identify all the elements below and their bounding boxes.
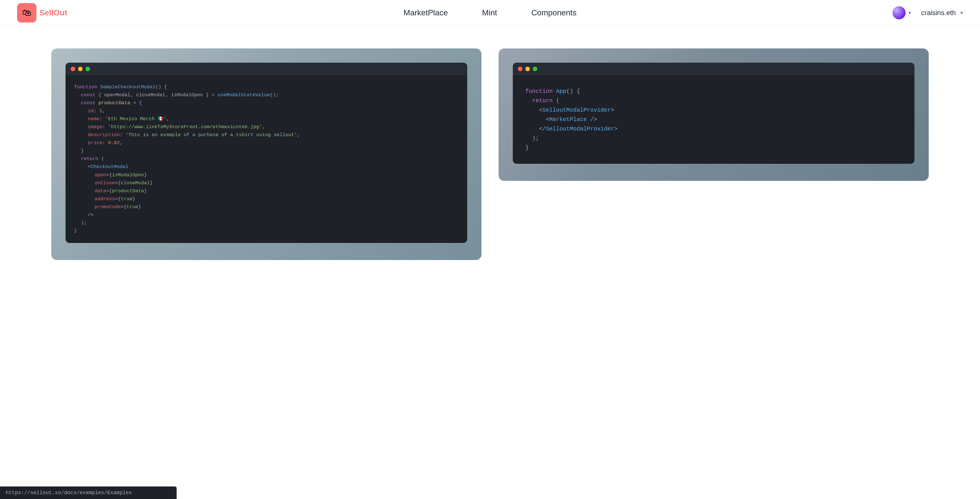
- code-line: return (: [525, 96, 902, 105]
- code-line: address={true}: [74, 195, 459, 203]
- code-line: const productData = {: [74, 99, 459, 107]
- code-line: open={isModalOpen}: [74, 171, 459, 179]
- code-card-right: function App() { return ( <SelloutModalP…: [498, 48, 929, 181]
- main-nav: MarketPlace Mint Components: [403, 8, 576, 17]
- dot-yellow-right: [525, 67, 530, 71]
- code-line: }: [525, 143, 902, 153]
- code-line: function App() {: [525, 87, 902, 96]
- code-line: data={productData}: [74, 187, 459, 195]
- dot-red-left: [71, 67, 75, 71]
- code-body-right: function App() { return ( <SelloutModalP…: [513, 75, 915, 164]
- code-line: }: [74, 147, 459, 155]
- dot-yellow-left: [78, 67, 83, 71]
- code-line: );: [74, 219, 459, 227]
- code-line: const { openModal, closeModal, isModalOp…: [74, 91, 459, 99]
- code-line: onClose={closeModal}: [74, 179, 459, 187]
- code-window-left: function SampleCheckoutModal() { const {…: [65, 63, 467, 243]
- logo[interactable]: 🛍 SellOut: [17, 3, 67, 22]
- dot-red-right: [518, 67, 522, 71]
- logo-text: SellOut: [39, 8, 67, 17]
- header: 🛍 SellOut MarketPlace Mint Components ▾ …: [0, 0, 980, 25]
- code-line: function SampleCheckoutModal() {: [74, 83, 459, 91]
- wallet-button[interactable]: ▾: [887, 3, 917, 22]
- status-bar: https://sellout.so/docs/examples/Example…: [0, 486, 177, 499]
- code-window-right: function App() { return ( <SelloutModalP…: [513, 63, 915, 164]
- code-body-left: function SampleCheckoutModal() { const {…: [65, 75, 467, 243]
- code-line: <SelloutModalProvider>: [525, 105, 902, 115]
- main-content: function SampleCheckoutModal() { const {…: [0, 25, 980, 283]
- code-line: />: [74, 211, 459, 219]
- window-titlebar-right: [513, 63, 915, 75]
- code-line: }: [74, 227, 459, 235]
- code-line: image: 'https://www.linkToMyStoreFront.c…: [74, 123, 459, 131]
- code-line: promoCode={true}: [74, 203, 459, 211]
- code-line: price: 0.02,: [74, 139, 459, 147]
- nav-item-components[interactable]: Components: [531, 8, 577, 17]
- status-bar-text: https://sellout.so/docs/examples/Example…: [6, 490, 132, 496]
- code-line: </SelloutModalProvider>: [525, 124, 902, 133]
- code-line: name: 'Eth Mexico Merch 🇲🇽',: [74, 115, 459, 123]
- nav-item-marketplace[interactable]: MarketPlace: [403, 8, 448, 17]
- nav-item-mint[interactable]: Mint: [482, 8, 497, 17]
- code-line: <MarketPlace />: [525, 115, 902, 124]
- code-line: );: [525, 133, 902, 143]
- header-right: ▾ craisins.eth ▾: [887, 3, 963, 22]
- code-line: <CheckoutModal: [74, 163, 459, 171]
- wallet-address-dropdown-icon[interactable]: ▾: [960, 10, 963, 16]
- dot-green-right: [533, 67, 537, 71]
- wallet-avatar: [892, 6, 906, 19]
- code-line: description: 'This is an example of a pu…: [74, 131, 459, 139]
- dot-green-left: [86, 67, 90, 71]
- code-card-left: function SampleCheckoutModal() { const {…: [51, 48, 482, 260]
- code-line: id: 1,: [74, 107, 459, 115]
- logo-icon: 🛍: [17, 3, 37, 22]
- wallet-dropdown-arrow-icon: ▾: [908, 10, 911, 16]
- wallet-address: craisins.eth: [921, 9, 956, 17]
- window-titlebar-left: [65, 63, 467, 75]
- code-line: return (: [74, 155, 459, 163]
